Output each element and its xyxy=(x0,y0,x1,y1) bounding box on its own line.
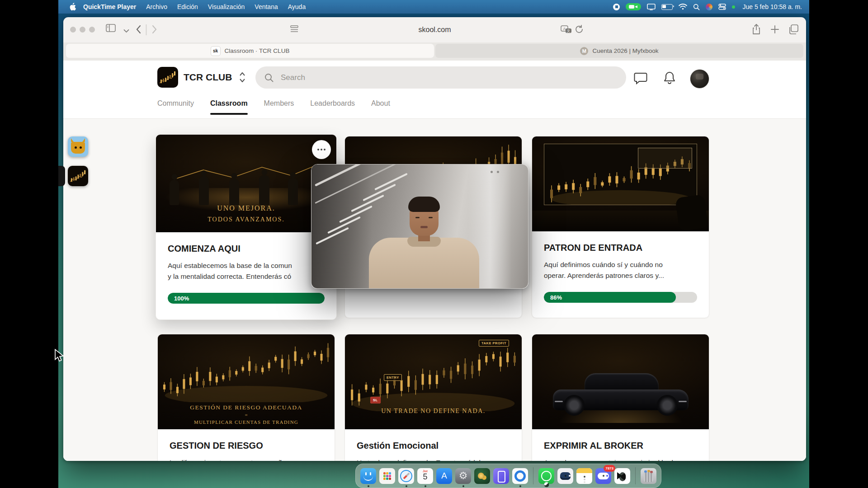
pip-video-window[interactable] xyxy=(311,164,528,289)
card-more-options-button[interactable] xyxy=(312,140,331,159)
search-input[interactable] xyxy=(280,73,617,83)
menu-item-archivo[interactable]: Archivo xyxy=(146,3,167,10)
browser-toolbar: skool.com A文 xyxy=(63,17,806,42)
cover-caption: UNO MEJORA. xyxy=(156,204,336,212)
menu-app-name[interactable]: QuickTime Player xyxy=(83,3,136,10)
dock-finder-icon[interactable] xyxy=(360,468,376,484)
nav-classroom[interactable]: Classroom xyxy=(210,99,248,115)
skool-favicon: sk xyxy=(211,46,221,56)
address-bar[interactable]: skool.com xyxy=(63,17,806,42)
mouse-cursor xyxy=(54,349,65,364)
tab-bar: sk Classroom · TCR CLUB M Cuenta 2026 | … xyxy=(63,42,806,61)
new-tab-icon[interactable] xyxy=(770,25,779,36)
sidebar-tab-tcr-club-icon[interactable] xyxy=(68,166,88,186)
course-description-line: operar. Aprenderás patrones claros y... xyxy=(544,270,697,281)
screen-mirroring-icon[interactable] xyxy=(647,4,656,10)
tab-label: Cuenta 2026 | Myfxbook xyxy=(592,47,658,54)
dock-whatsapp-icon[interactable] xyxy=(538,468,554,484)
reload-icon[interactable] xyxy=(575,25,584,36)
dock-launchpad-icon[interactable] xyxy=(379,468,395,484)
community-logo[interactable] xyxy=(157,67,178,88)
menu-item-ventana[interactable]: Ventana xyxy=(255,3,278,10)
course-card-exprimir-al-broker[interactable]: EXPRIMIR AL BROKER Aprende a sacar venta… xyxy=(532,334,709,461)
progress-bar: 100% xyxy=(168,293,325,304)
screen: QuickTime Player Archivo Edición Visuali… xyxy=(0,0,868,488)
dock-app-store-icon[interactable] xyxy=(436,468,452,484)
nav-members[interactable]: Members xyxy=(264,99,294,115)
cover-caption: TODOS AVANZAMOS. xyxy=(156,216,336,223)
tab-overview-icon[interactable] xyxy=(788,24,798,36)
take-profit-chip: TAKE PROFIT xyxy=(479,340,509,347)
menu-item-edicion[interactable]: Edición xyxy=(177,3,198,10)
dock-capcut-icon[interactable] xyxy=(614,468,630,484)
menu-bar-left: QuickTime Player Archivo Edición Visuali… xyxy=(69,3,306,11)
green-status-dot xyxy=(732,5,735,9)
course-title: GESTION DE RIESGO xyxy=(170,440,323,451)
course-description-line: Aquí establecemos la base de la comun xyxy=(168,260,325,271)
menu-item-visualizacion[interactable]: Visualización xyxy=(208,3,245,10)
menu-bar-clock[interactable]: Jue 5 feb 10:58 a. m. xyxy=(742,3,802,10)
menu-item-ayuda[interactable]: Ayuda xyxy=(288,3,306,10)
dock-finance-app-icon[interactable] xyxy=(474,468,490,484)
wifi-icon[interactable] xyxy=(679,4,687,10)
course-title: PATRON DE ENTRADA xyxy=(544,242,697,253)
course-title: EXPRIMIR AL BROKER xyxy=(544,440,697,451)
dock-separator xyxy=(533,467,533,484)
dock-calendar-icon[interactable]: Jue 5 xyxy=(417,468,433,484)
discord-badge: 7873 xyxy=(604,465,615,472)
dock-quicktime-icon[interactable] xyxy=(512,468,528,484)
course-cover-image: GESTIÓN DE RIESGO ADECUADA = MULTIPLICAR… xyxy=(158,334,335,429)
dock-trash-icon[interactable] xyxy=(641,468,656,484)
course-cover-image xyxy=(532,334,709,429)
dock-iphone-mirroring-icon[interactable] xyxy=(493,468,509,484)
apple-logo-icon[interactable] xyxy=(69,3,76,11)
address-url[interactable]: skool.com xyxy=(418,26,451,34)
camera-active-icon[interactable] xyxy=(626,3,641,10)
user-avatar[interactable] xyxy=(690,69,709,89)
nav-leaderboards[interactable]: Leaderboards xyxy=(310,99,355,115)
entry-chip: ENTRY xyxy=(384,374,402,381)
site-nav: Community Classroom Members Leaderboards… xyxy=(157,99,390,115)
dock-system-settings-icon[interactable] xyxy=(455,468,471,484)
sidebar-tab-cat-icon[interactable] xyxy=(68,136,88,157)
dock-assistant-app-icon[interactable] xyxy=(557,468,573,484)
chat-icon[interactable] xyxy=(634,72,647,86)
course-title: Gestión Emocional xyxy=(357,440,510,451)
dock-notes-icon[interactable] xyxy=(576,468,592,484)
battery-icon[interactable] xyxy=(661,4,673,10)
stop-loss-chip: SL xyxy=(370,397,381,404)
community-name: TCR CLUB xyxy=(184,72,232,83)
course-cover-image xyxy=(532,136,709,231)
nav-about[interactable]: About xyxy=(371,99,390,115)
community-switcher-icon[interactable] xyxy=(239,71,246,85)
course-description-line: y la mentalidad correcta. Entenderás có xyxy=(168,271,325,282)
course-card-patron-de-entrada[interactable]: PATRON DE ENTRADA Aquí definimos cuándo … xyxy=(532,136,709,318)
course-description-line: Aprende a sacar ventaja y exprimir al br… xyxy=(544,457,697,461)
progress-bar: 86% xyxy=(544,292,697,303)
search-bar[interactable] xyxy=(255,66,626,89)
spotlight-search-icon[interactable] xyxy=(693,4,700,10)
control-center-toggles-icon[interactable] xyxy=(718,4,726,10)
car-illustration xyxy=(553,373,689,414)
dock-safari-icon[interactable] xyxy=(398,468,414,484)
notifications-bell-icon[interactable] xyxy=(663,71,676,87)
course-card-gestion-de-riesgo[interactable]: GESTIÓN DE RIESGO ADECUADA = MULTIPLICAR… xyxy=(157,334,335,461)
dock-discord-icon[interactable]: 7873 xyxy=(595,468,611,484)
site-header: TCR CLUB xyxy=(63,61,806,119)
nav-community[interactable]: Community xyxy=(157,99,194,115)
tab-classroom-tcr-club[interactable]: sk Classroom · TCR CLUB xyxy=(66,44,434,58)
dock: Jue 5 7873 xyxy=(355,464,661,488)
color-profile-icon[interactable] xyxy=(706,4,712,10)
cover-caption: GESTIÓN DE RIESGO ADECUADA xyxy=(158,404,335,411)
course-card-comienza-aqui[interactable]: UNO MEJORA. TODOS AVANZAMOS. COMIENZA AQ… xyxy=(156,134,337,320)
translate-icon[interactable]: A文 xyxy=(561,25,572,36)
tab-myfxbook[interactable]: M Cuenta 2026 | Myfxbook xyxy=(435,44,803,58)
course-description-line: Aquí definimos cuándo sí y cuándo no xyxy=(544,259,697,270)
progress-fill: 86% xyxy=(544,292,676,303)
menu-bar: QuickTime Player Archivo Edición Visuali… xyxy=(58,0,809,14)
screen-recording-stop-icon[interactable] xyxy=(613,4,620,10)
share-icon[interactable] xyxy=(752,24,761,37)
svg-text:A: A xyxy=(563,27,566,31)
progress-fill: 100% xyxy=(168,293,325,304)
course-card-gestion-emocional[interactable]: TAKE PROFIT ENTRY SL UN TRADE NO DEFINE … xyxy=(344,334,522,461)
